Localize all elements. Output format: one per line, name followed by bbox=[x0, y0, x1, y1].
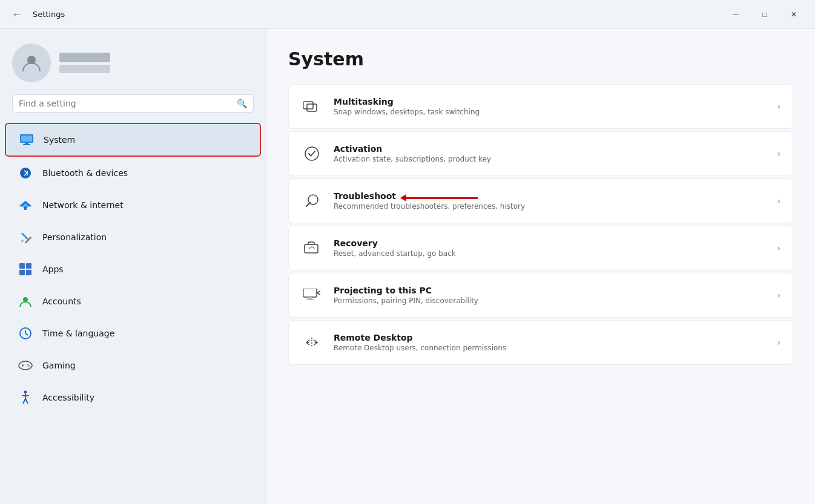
svg-point-33 bbox=[305, 147, 318, 160]
sidebar-item-gaming-label: Gaming bbox=[42, 361, 76, 370]
svg-point-25 bbox=[28, 365, 30, 367]
titlebar: ← Settings ─ □ ✕ bbox=[0, 0, 815, 29]
bluetooth-icon bbox=[17, 165, 34, 182]
red-arrow-line bbox=[405, 197, 478, 199]
accessibility-icon bbox=[17, 389, 34, 406]
svg-point-17 bbox=[23, 297, 28, 302]
multitasking-text: Multitasking Snap windows, desktops, tas… bbox=[334, 97, 766, 116]
projecting-subtitle: Permissions, pairing PIN, discoverabilit… bbox=[334, 296, 766, 305]
multitasking-title: Multitasking bbox=[334, 97, 766, 106]
close-button[interactable]: ✕ bbox=[780, 5, 808, 24]
user-name bbox=[59, 53, 110, 62]
svg-line-29 bbox=[23, 399, 25, 404]
recovery-chevron: › bbox=[777, 243, 780, 253]
search-box[interactable]: 🔍 bbox=[12, 94, 254, 113]
app-container: 🔍 System bbox=[0, 29, 815, 504]
search-container: 🔍 bbox=[0, 94, 266, 122]
recovery-title: Recovery bbox=[334, 238, 766, 248]
user-profile[interactable] bbox=[0, 39, 266, 94]
remote-desktop-icon bbox=[301, 332, 323, 353]
multitasking-chevron: › bbox=[777, 102, 780, 111]
svg-line-37 bbox=[317, 291, 320, 293]
sidebar-item-personalization-label: Personalization bbox=[42, 232, 107, 242]
time-icon bbox=[17, 325, 34, 342]
sidebar-item-personalization[interactable]: Personalization bbox=[5, 221, 261, 253]
sidebar-item-gaming[interactable]: Gaming bbox=[5, 350, 261, 381]
troubleshoot-chevron: › bbox=[777, 196, 780, 206]
sidebar-item-network[interactable]: Network & internet bbox=[5, 189, 261, 221]
sidebar-item-time-label: Time & language bbox=[42, 329, 114, 338]
svg-point-24 bbox=[27, 364, 28, 365]
setting-card-remote-desktop[interactable]: Remote Desktop Remote Desktop users, con… bbox=[288, 320, 793, 365]
back-button[interactable]: ← bbox=[7, 7, 27, 22]
svg-point-26 bbox=[24, 391, 27, 394]
svg-rect-31 bbox=[303, 102, 313, 109]
recovery-subtitle: Reset, advanced startup, go back bbox=[334, 249, 766, 258]
svg-rect-39 bbox=[308, 297, 312, 299]
red-arrow-annotation bbox=[405, 197, 478, 199]
titlebar-title: Settings bbox=[33, 10, 65, 19]
sidebar-item-network-label: Network & internet bbox=[42, 200, 124, 210]
search-icon: 🔍 bbox=[237, 99, 247, 108]
titlebar-controls: ─ □ ✕ bbox=[722, 5, 808, 24]
recovery-text: Recovery Reset, advanced startup, go bac… bbox=[334, 238, 766, 258]
search-input[interactable] bbox=[19, 99, 232, 108]
projecting-text: Projecting to this PC Permissions, pairi… bbox=[334, 286, 766, 305]
troubleshoot-subtitle: Recommended troubleshooters, preferences… bbox=[334, 202, 766, 211]
setting-card-recovery[interactable]: Recovery Reset, advanced startup, go bac… bbox=[288, 226, 793, 270]
svg-rect-14 bbox=[26, 263, 31, 269]
sidebar-item-system[interactable]: System bbox=[5, 123, 261, 157]
svg-rect-32 bbox=[307, 104, 317, 111]
svg-rect-4 bbox=[23, 144, 30, 145]
svg-rect-12 bbox=[21, 232, 28, 240]
svg-rect-40 bbox=[306, 299, 314, 300]
svg-rect-35 bbox=[305, 244, 318, 253]
svg-rect-15 bbox=[19, 270, 25, 275]
minimize-button[interactable]: ─ bbox=[722, 5, 750, 24]
sidebar-nav: System Bluetooth & devices bbox=[0, 122, 266, 494]
setting-card-troubleshoot[interactable]: Troubleshoot Recommended troubleshooters… bbox=[288, 178, 793, 223]
main-content: System Multitasking Snap windows, deskto… bbox=[266, 29, 815, 504]
sidebar-item-accounts-label: Accounts bbox=[42, 296, 81, 306]
setting-card-multitasking[interactable]: Multitasking Snap windows, desktops, tas… bbox=[288, 84, 793, 129]
titlebar-left: ← Settings bbox=[7, 7, 65, 22]
activation-chevron: › bbox=[777, 149, 780, 159]
sidebar-item-system-label: System bbox=[44, 135, 75, 145]
svg-rect-16 bbox=[26, 270, 31, 275]
troubleshoot-title: Troubleshoot bbox=[334, 191, 766, 201]
svg-line-38 bbox=[317, 293, 320, 295]
accounts-icon bbox=[17, 293, 34, 310]
svg-rect-2 bbox=[21, 136, 32, 142]
sidebar-item-accessibility[interactable]: Accessibility bbox=[5, 382, 261, 413]
multitasking-icon bbox=[301, 96, 323, 117]
setting-card-activation[interactable]: Activation Activation state, subscriptio… bbox=[288, 131, 793, 176]
sidebar-item-bluetooth-label: Bluetooth & devices bbox=[42, 168, 128, 178]
apps-icon bbox=[17, 261, 34, 278]
gaming-icon bbox=[17, 357, 34, 374]
maximize-button[interactable]: □ bbox=[751, 5, 779, 24]
avatar bbox=[12, 44, 51, 82]
setting-card-projecting[interactable]: Projecting to this PC Permissions, pairi… bbox=[288, 273, 793, 318]
sidebar-item-apps[interactable]: Apps bbox=[5, 254, 261, 285]
activation-subtitle: Activation state, subscriptions, product… bbox=[334, 155, 766, 163]
projecting-title: Projecting to this PC bbox=[334, 286, 766, 295]
user-email bbox=[59, 65, 110, 73]
remote-desktop-text: Remote Desktop Remote Desktop users, con… bbox=[334, 333, 766, 352]
network-icon bbox=[17, 197, 34, 214]
sidebar-item-accounts[interactable]: Accounts bbox=[5, 286, 261, 317]
sidebar-item-bluetooth[interactable]: Bluetooth & devices bbox=[5, 157, 261, 189]
svg-line-20 bbox=[25, 333, 28, 335]
multitasking-subtitle: Snap windows, desktops, task switching bbox=[334, 108, 766, 116]
svg-point-21 bbox=[19, 361, 32, 370]
sidebar-item-apps-label: Apps bbox=[42, 264, 64, 274]
activation-title: Activation bbox=[334, 144, 766, 154]
sidebar: 🔍 System bbox=[0, 29, 266, 504]
svg-line-30 bbox=[25, 399, 28, 404]
svg-rect-9 bbox=[24, 208, 27, 210]
svg-point-11 bbox=[21, 240, 24, 242]
projecting-chevron: › bbox=[777, 290, 780, 300]
activation-icon bbox=[301, 143, 323, 165]
sidebar-item-time[interactable]: Time & language bbox=[5, 318, 261, 349]
sidebar-item-accessibility-label: Accessibility bbox=[42, 393, 94, 402]
svg-rect-13 bbox=[19, 263, 25, 269]
